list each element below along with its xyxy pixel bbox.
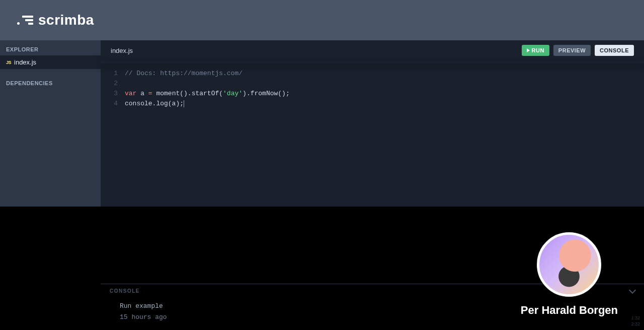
preview-button[interactable]: PREVIEW <box>553 45 591 56</box>
run-button-label: RUN <box>532 47 544 53</box>
console-button[interactable]: CONSOLE <box>595 45 634 56</box>
code-line: 1 // Docs: https://momentjs.com/ <box>101 69 644 79</box>
instructor-name: Per Harald Borgen <box>521 304 618 317</box>
brand-name: scrimba <box>38 12 94 28</box>
code-line: 3 var a = moment().startOf('day').fromNo… <box>101 89 644 99</box>
code-editor[interactable]: 1 // Docs: https://momentjs.com/ 2 3 var… <box>101 60 644 207</box>
editor-actions: RUN PREVIEW CONSOLE <box>522 45 634 56</box>
file-item-indexjs[interactable]: JS index.js <box>0 55 101 69</box>
code-text: console.log(a); <box>125 100 184 107</box>
line-number: 3 <box>101 89 125 99</box>
code-operator: = <box>148 90 152 97</box>
code-text: ).fromNow(); <box>243 90 290 97</box>
chevron-down-icon[interactable] <box>629 286 636 293</box>
line-number: 1 <box>101 69 125 79</box>
brand-logo[interactable]: scrimba <box>17 12 94 28</box>
timestamps: 1:32 2:32 <box>631 315 640 327</box>
timestamp-current: 1:32 <box>631 315 640 321</box>
code-string: 'day' <box>223 90 243 97</box>
editor-cursor <box>184 100 184 107</box>
instructor-card: Per Harald Borgen <box>521 232 618 317</box>
avatar[interactable] <box>537 232 601 297</box>
code-ident: a <box>136 90 148 97</box>
sidebar-section-dependencies: DEPENDENCIES <box>0 74 101 89</box>
sidebar: EXPLORER JS index.js DEPENDENCIES <box>0 40 101 207</box>
editor-pane: index.js RUN PREVIEW CONSOLE 1 // Docs: … <box>101 40 644 207</box>
console-label: CONSOLE <box>110 288 140 294</box>
line-number: 4 <box>101 99 125 109</box>
editor-toolbar: index.js RUN PREVIEW CONSOLE <box>101 40 644 60</box>
timestamp-total: 2:32 <box>631 321 640 327</box>
js-file-icon: JS <box>6 60 11 65</box>
output-area: Per Harald Borgen CONSOLE Run example 15… <box>0 207 644 330</box>
code-line: 2 <box>101 79 644 89</box>
code-comment: // Docs: https://momentjs.com/ <box>125 70 243 77</box>
code-line: 4 console.log(a); <box>101 99 644 109</box>
active-tab[interactable]: index.js <box>111 47 133 54</box>
file-item-label: index.js <box>14 58 36 66</box>
app-header: scrimba <box>0 0 644 40</box>
play-icon <box>527 48 530 52</box>
code-text: moment().startOf( <box>152 90 223 97</box>
workspace: EXPLORER JS index.js DEPENDENCIES index.… <box>0 40 644 207</box>
run-button[interactable]: RUN <box>522 45 549 56</box>
sidebar-section-explorer: EXPLORER <box>0 40 101 55</box>
code-keyword: var <box>125 90 136 97</box>
logo-mark-icon <box>17 16 33 25</box>
line-number: 2 <box>101 79 125 89</box>
